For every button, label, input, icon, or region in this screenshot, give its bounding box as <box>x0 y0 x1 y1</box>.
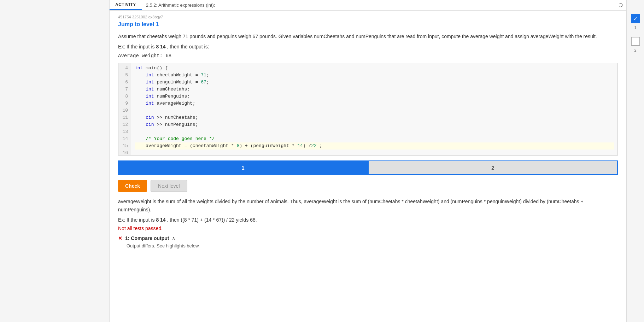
activity-id: 451754 3251002 qx3bqy7 <box>118 15 618 19</box>
test-result-row: ✕ 1: Compare output ∧ <box>118 235 618 241</box>
feedback-inputs: 8 14 <box>156 217 165 223</box>
average-weight-output: Average weight: 68 <box>118 53 618 59</box>
content-area: ACTIVITY 2.5.2: Arithmetic expressions (… <box>110 0 626 322</box>
code-editor-inner: 4567891011121314151617181920 int main() … <box>118 63 617 155</box>
line-numbers: 4567891011121314151617181920 <box>118 63 131 155</box>
right-sidebar: ✓ 1 2 <box>626 0 644 322</box>
activity-tab[interactable]: ACTIVITY <box>110 0 142 10</box>
level-1-indicator: ✓ 1 <box>631 14 640 30</box>
level-tabs: 1 2 <box>118 160 618 175</box>
level-1-checked-box[interactable]: ✓ <box>631 14 640 23</box>
breadcrumb: 2.5.2: Arithmetic expressions (int): <box>142 1 219 10</box>
top-bar: ACTIVITY 2.5.2: Arithmetic expressions (… <box>110 0 626 11</box>
page-content: 451754 3251002 qx3bqy7 Jump to level 1 A… <box>110 11 626 322</box>
code-editor[interactable]: 4567891011121314151617181920 int main() … <box>118 63 618 156</box>
compare-output-label[interactable]: 1: Compare output <box>125 235 169 241</box>
expand-icon[interactable]: ∧ <box>172 235 175 241</box>
level-tab-2[interactable]: 2 <box>368 160 618 175</box>
feedback-suffix: , then ((8 * 71) + (14 * 67)) / 22 yield… <box>167 217 257 223</box>
jump-to-level-link[interactable]: Jump to level 1 <box>118 21 618 28</box>
example-suffix: , then the output is: <box>167 44 209 49</box>
level-2-label: 2 <box>634 48 636 52</box>
example-label: Ex: If the input is <box>118 44 155 49</box>
example-line: Ex: If the input is 8 14 , then the outp… <box>118 44 618 49</box>
check-button[interactable]: Check <box>118 180 147 192</box>
not-passed-message: Not all tests passed. <box>118 226 618 231</box>
action-buttons: Check Next level <box>118 180 618 192</box>
example-inputs: 8 14 <box>156 44 165 49</box>
activity-description: Assume that cheetahs weigh 71 pounds and… <box>118 33 618 40</box>
feedback-text: averageWeight is the sum of all the weig… <box>118 198 618 213</box>
output-differs-text: Output differs. See highlights below. <box>127 243 618 248</box>
level-2-indicator: 2 <box>631 37 640 52</box>
level-2-unchecked-box[interactable] <box>631 37 640 46</box>
feedback-example: Ex: If the input is 8 14 , then ((8 * 71… <box>118 217 618 223</box>
next-level-button[interactable]: Next level <box>151 180 187 192</box>
feedback-example-label: Ex: If the input is <box>118 217 155 223</box>
level-1-label: 1 <box>634 25 636 30</box>
code-lines: int main() { int cheetahWeight = 71; int… <box>131 63 617 155</box>
nav-icon[interactable]: ⬡ <box>615 1 626 9</box>
fail-icon: ✕ <box>118 235 122 241</box>
level-tab-1[interactable]: 1 <box>118 160 368 175</box>
left-panel <box>0 0 110 322</box>
